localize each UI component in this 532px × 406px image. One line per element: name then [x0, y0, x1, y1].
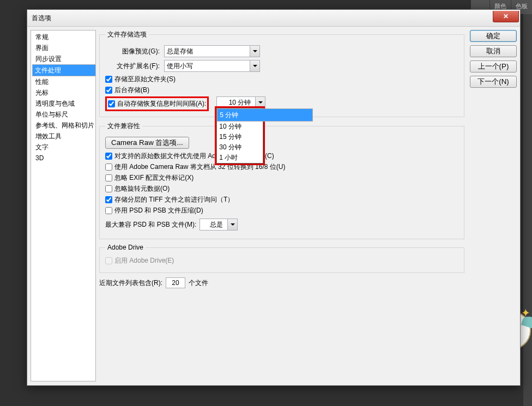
auto-save-interval-dropdown[interactable]: 5 分钟 10 分钟 15 分钟 30 分钟 1 小时 — [216, 108, 263, 163]
sidebar-item-3d[interactable]: 3D — [32, 153, 94, 163]
recent-files-input[interactable]: 20 — [166, 277, 185, 288]
auto-save-option-30min[interactable]: 30 分钟 — [217, 142, 263, 153]
ask-tiff-checkbox[interactable] — [105, 196, 112, 203]
auto-save-option-15min[interactable]: 15 分钟 — [217, 132, 263, 142]
auto-save-interval-value: 10 分钟 — [229, 98, 251, 107]
sidebar-item-interface[interactable]: 界面 — [32, 43, 94, 53]
dropdown-arrow-icon — [227, 219, 237, 230]
close-icon: ✕ — [503, 13, 509, 20]
sidebar-item-units[interactable]: 单位与标尺 — [32, 109, 94, 120]
next-button[interactable]: 下一个(N) — [470, 76, 517, 88]
auto-save-option-5min[interactable]: 5 分钟 — [217, 108, 313, 122]
sidebar-item-performance[interactable]: 性能 — [32, 76, 94, 87]
ignore-rotation-label: 忽略旋转元数据(O) — [114, 184, 170, 193]
sidebar-item-file-handling[interactable]: 文件处理 — [32, 64, 96, 76]
preferences-dialog: 首选项 ✕ 常规 界面 同步设置 文件处理 性能 光标 透明度与色域 单位与标尺… — [27, 9, 521, 386]
camera-raw-prefs-button[interactable]: Camera Raw 首选项... — [105, 137, 189, 149]
max-compat-select[interactable]: 总是 — [200, 219, 238, 231]
sidebar-item-transparency[interactable]: 透明度与色域 — [32, 98, 94, 109]
background-save-checkbox[interactable] — [105, 87, 112, 94]
category-list[interactable]: 常规 界面 同步设置 文件处理 性能 光标 透明度与色域 单位与标尺 参考线、网… — [31, 30, 96, 381]
auto-save-checkbox[interactable] — [108, 100, 115, 107]
max-compat-value: 总是 — [210, 220, 223, 229]
titlebar: 首选项 ✕ — [27, 10, 520, 27]
image-preview-select[interactable]: 总是存储 — [164, 45, 260, 57]
adobe-drive-group: Adobe Drive 启用 Adobe Drive(E) — [99, 244, 464, 273]
adobe-drive-legend: Adobe Drive — [105, 244, 146, 251]
enable-drive-label: 启用 Adobe Drive(E) — [114, 256, 174, 265]
ignore-rotation-checkbox[interactable] — [105, 185, 112, 192]
file-compat-group: 文件兼容性 Camera Raw 首选项... 对支持的原始数据文件优先使用 A… — [99, 122, 464, 239]
ok-button[interactable]: 确定 — [470, 30, 517, 42]
dialog-title: 首选项 — [32, 14, 51, 23]
sidebar-item-general[interactable]: 常规 — [32, 32, 94, 43]
image-preview-value: 总是存储 — [167, 47, 193, 56]
max-compat-label: 最大兼容 PSD 和 PSB 文件(M): — [105, 220, 196, 229]
prev-button[interactable]: 上一个(P) — [470, 60, 517, 72]
close-button[interactable]: ✕ — [493, 11, 519, 22]
file-ext-label: 文件扩展名(F): — [105, 62, 160, 71]
auto-save-option-1hr[interactable]: 1 小时 — [217, 153, 263, 163]
use-acr-32-checkbox[interactable] — [105, 163, 112, 171]
file-saving-group: 文件存储选项 图像预览(G): 总是存储 文件扩展名(F): 使用小写 — [99, 30, 464, 117]
prefer-raw-checkbox[interactable] — [105, 153, 112, 160]
image-preview-label: 图像预览(G): — [105, 47, 160, 56]
file-ext-value: 使用小写 — [167, 62, 193, 71]
file-compat-legend: 文件兼容性 — [105, 122, 142, 131]
background-save-label: 后台存储(B) — [114, 86, 149, 95]
ask-tiff-label: 存储分层的 TIFF 文件之前进行询问（T） — [114, 195, 234, 204]
sidebar-item-plugins[interactable]: 增效工具 — [32, 131, 94, 142]
file-ext-select[interactable]: 使用小写 — [164, 60, 260, 72]
recent-files-label-pre: 近期文件列表包含(R): — [99, 278, 162, 288]
dropdown-arrow-icon — [250, 46, 259, 57]
sidebar-item-cursors[interactable]: 光标 — [32, 87, 94, 98]
cancel-button[interactable]: 取消 — [470, 45, 517, 57]
disable-psd-compression-checkbox[interactable] — [105, 207, 112, 214]
sidebar-item-guides[interactable]: 参考线、网格和切片 — [32, 120, 94, 131]
enable-drive-checkbox — [105, 257, 112, 264]
ignore-exif-checkbox[interactable] — [105, 174, 112, 181]
save-to-original-checkbox[interactable] — [105, 76, 112, 83]
sidebar-item-type[interactable]: 文字 — [32, 142, 94, 153]
file-saving-legend: 文件存储选项 — [105, 30, 149, 39]
ignore-exif-label: 忽略 EXIF 配置文件标记(X) — [114, 173, 194, 183]
auto-save-label: 自动存储恢复信息时间间隔(A): — [117, 99, 206, 108]
save-to-original-label: 存储至原始文件夹(S) — [114, 75, 176, 84]
recent-files-label-post: 个文件 — [189, 278, 208, 288]
disable-psd-compression-label: 停用 PSD 和 PSB 文件压缩(D) — [114, 206, 203, 215]
host-scrollbar[interactable] — [523, 14, 532, 406]
dropdown-arrow-icon — [250, 60, 259, 71]
auto-save-option-10min[interactable]: 10 分钟 — [217, 122, 263, 132]
sidebar-item-sync[interactable]: 同步设置 — [32, 53, 94, 64]
